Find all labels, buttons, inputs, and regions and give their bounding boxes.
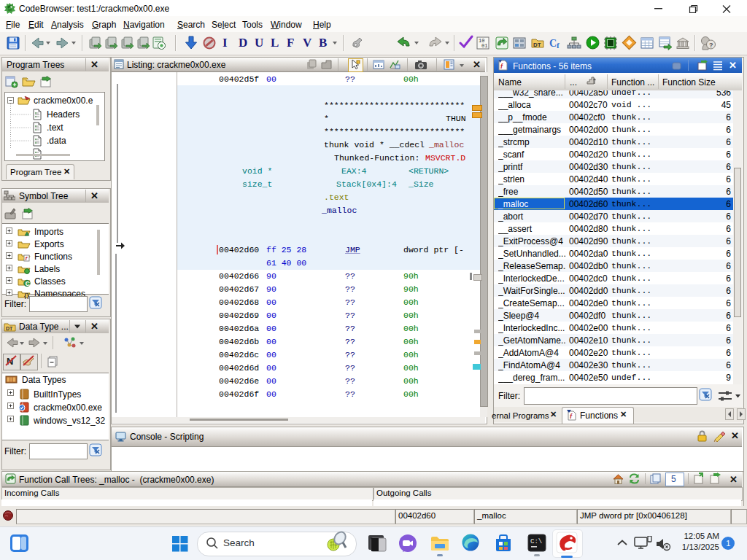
svg-text:C:\: C:\ bbox=[530, 538, 542, 545]
svg-text:f: f bbox=[557, 41, 560, 50]
svg-text:C: C bbox=[26, 280, 30, 287]
svg-text:DT: DT bbox=[533, 42, 541, 48]
svg-text:?: ? bbox=[709, 42, 713, 49]
svg-text:DT: DT bbox=[6, 326, 13, 331]
svg-text:1: 1 bbox=[726, 539, 730, 548]
svg-text:C: C bbox=[549, 38, 557, 49]
svg-text:01: 01 bbox=[481, 43, 487, 49]
